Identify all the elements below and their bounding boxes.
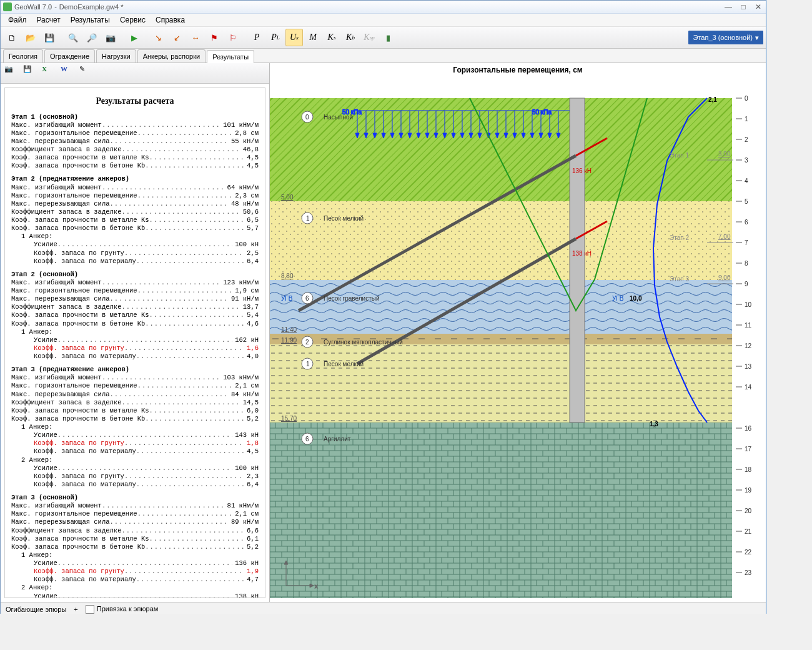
report-camera-button[interactable]: 📷	[4, 65, 21, 81]
close-button[interactable]: ✕	[751, 2, 766, 11]
plot5-button[interactable]: ⚐	[224, 29, 242, 46]
svg-text:23: 23	[745, 569, 752, 576]
report-toolbar: 📷 💾 X W ✎	[1, 63, 269, 84]
status-plus[interactable]: +	[74, 606, 77, 613]
export-word-button[interactable]: W	[61, 65, 77, 81]
Ksp-button[interactable]: Ksp	[360, 29, 378, 46]
section-svg: 5,00 8,80 11,40 11,90 15,70 50 кПа 50 кП…	[270, 79, 763, 598]
tabs: Геология Ограждение Нагрузки Анкеры, рас…	[1, 49, 766, 63]
svg-text:Этап 3: Этап 3	[670, 276, 689, 282]
maximize-button[interactable]: □	[736, 2, 751, 11]
anchor2-force: 138 кН	[572, 250, 592, 257]
svg-text:1: 1	[306, 215, 310, 222]
svg-text:7,00: 7,00	[718, 233, 731, 240]
PL-button[interactable]: PL	[267, 29, 284, 46]
export-excel-button[interactable]: X	[42, 65, 58, 81]
zoom-fit-button[interactable]: 🔍	[64, 29, 82, 46]
disp-bottom: 1,3	[650, 421, 658, 428]
svg-text:0: 0	[305, 114, 309, 121]
report-save-button[interactable]: 💾	[23, 65, 39, 81]
svg-text:0: 0	[745, 95, 748, 102]
svg-text:19: 19	[745, 487, 752, 494]
menu-results[interactable]: Результаты	[66, 14, 115, 26]
svg-text:22: 22	[745, 549, 752, 556]
new-button[interactable]: 🗋	[3, 29, 21, 46]
plot2-button[interactable]: ↙	[168, 29, 186, 46]
layer1: Песок мелкий	[324, 215, 364, 222]
svg-text:6: 6	[305, 295, 309, 302]
menu-calc[interactable]: Расчет	[32, 14, 66, 26]
svg-text:1: 1	[745, 116, 748, 122]
svg-rect-22	[270, 422, 732, 598]
plot1-button[interactable]: ↘	[149, 29, 167, 46]
svg-text:11,40: 11,40	[281, 326, 297, 333]
plot3-button[interactable]: ↔	[187, 29, 204, 46]
plot4-button[interactable]: ⚑	[205, 29, 223, 46]
svg-text:5,00: 5,00	[281, 194, 294, 201]
svg-text:10: 10	[745, 301, 752, 308]
svg-text:18: 18	[745, 466, 752, 473]
file-name: DemoExample.gw4 *	[59, 3, 126, 11]
svg-text:6: 6	[305, 436, 309, 442]
layer3: Суглинок мягкопластичный	[324, 339, 403, 346]
tab-geology[interactable]: Геология	[3, 49, 43, 62]
snapshot-button[interactable]: 📷	[102, 29, 119, 46]
menu-file[interactable]: Файл	[3, 14, 32, 26]
svg-text:11,90: 11,90	[281, 337, 297, 344]
menu-service[interactable]: Сервис	[115, 14, 151, 26]
water-right: УГВ	[612, 295, 624, 302]
svg-text:10,0: 10,0	[630, 295, 642, 302]
minimize-button[interactable]: —	[721, 2, 736, 11]
Kb-button[interactable]: Kb	[342, 29, 359, 46]
tab-loads[interactable]: Нагрузки	[96, 49, 136, 62]
svg-text:6: 6	[745, 219, 748, 226]
svg-text:5: 5	[745, 198, 748, 205]
stage-combo[interactable]: Этап_3 (основной) ▾	[688, 31, 763, 44]
edit-report-button[interactable]: ✎	[79, 65, 96, 81]
M-button[interactable]: M	[304, 29, 322, 46]
svg-text:12: 12	[745, 342, 752, 349]
water-left: УГВ	[281, 295, 293, 302]
tab-anchors[interactable]: Анкеры, распорки	[137, 49, 206, 62]
tab-wall[interactable]: Ограждение	[44, 49, 95, 62]
chevron-down-icon: ▾	[753, 34, 761, 42]
envelope-button[interactable]: ▮	[379, 29, 397, 46]
svg-text:Этап 1: Этап 1	[670, 152, 689, 159]
svg-text:2: 2	[745, 136, 748, 143]
svg-rect-18	[270, 201, 732, 280]
status-bar: Огибающие эпюры + Привязка к эпюрам	[1, 602, 766, 614]
svg-text:9,00: 9,00	[718, 274, 731, 281]
open-button[interactable]: 📂	[22, 29, 39, 46]
layer4: Песок мелкий	[324, 361, 364, 368]
status-bind-check[interactable]: Привязка к эпюрам	[86, 605, 159, 614]
anchor1-force: 136 кН	[572, 168, 592, 174]
svg-text:16: 16	[745, 425, 752, 432]
svg-rect-28	[570, 98, 585, 422]
tab-results[interactable]: Результаты	[207, 50, 254, 63]
disp-top: 2,1	[708, 96, 717, 103]
Ks-button[interactable]: Ks	[323, 29, 340, 46]
save-button[interactable]: 💾	[41, 29, 58, 46]
svg-text:2: 2	[305, 339, 309, 346]
svg-text:3: 3	[745, 157, 748, 164]
P-button[interactable]: P	[248, 29, 265, 46]
layer2: Песок гравелистый	[324, 295, 380, 302]
chart-title: Горизонтальные перемещения, см	[270, 63, 766, 77]
load-label-right: 50 кПа	[532, 109, 552, 116]
menu-help[interactable]: Справка	[151, 14, 190, 26]
Ux-button[interactable]: Ux	[285, 29, 303, 46]
status-left[interactable]: Огибающие эпюры	[6, 606, 66, 613]
svg-text:14: 14	[745, 384, 752, 391]
svg-rect-21	[270, 344, 732, 422]
svg-text:9: 9	[745, 281, 748, 288]
svg-text:4: 4	[745, 178, 748, 184]
diagram-pane[interactable]: Горизонтальные перемещения, см	[270, 63, 766, 602]
svg-text:8: 8	[745, 260, 748, 267]
svg-text:20: 20	[745, 508, 752, 514]
report-pane[interactable]: Результаты расчетаЭтап 1 (основной)Макс.…	[4, 88, 265, 598]
svg-text:7: 7	[745, 239, 748, 246]
zoom-sel-button[interactable]: 🔎	[83, 29, 101, 46]
run-button[interactable]: ▶	[126, 29, 143, 46]
svg-text:8,80: 8,80	[281, 272, 294, 279]
svg-text:Этап 2: Этап 2	[670, 234, 689, 241]
